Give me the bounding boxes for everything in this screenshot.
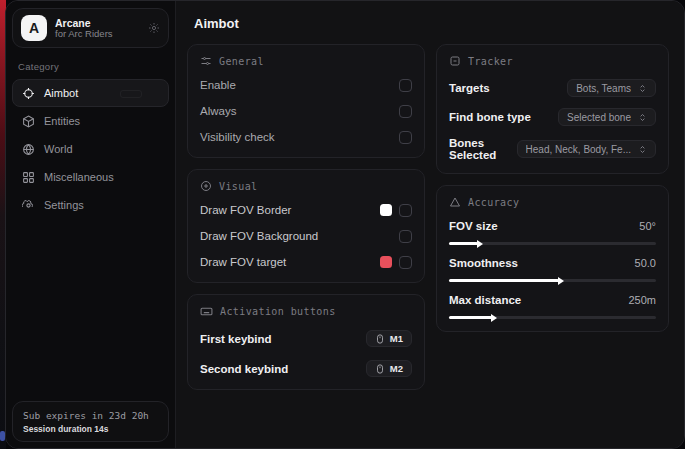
keyboard-icon: [200, 305, 213, 318]
sidebar-item-world[interactable]: World: [12, 135, 169, 163]
setting-label: Enable: [200, 79, 236, 91]
setting-label: Draw FOV target: [200, 256, 286, 268]
keybind-value: M1: [390, 333, 403, 344]
setting-row: First keybind M1: [200, 330, 412, 347]
setting-value: 50°: [639, 220, 656, 232]
general-card: General Enable Always Visibility check: [187, 44, 425, 158]
setting-row: Draw FOV Background: [200, 228, 412, 244]
sidebar-item-label: Aimbot: [44, 87, 78, 99]
eye-icon: [200, 180, 212, 192]
setting-row: Smoothness 50.0: [449, 255, 656, 271]
slider-thumb[interactable]: [558, 277, 564, 285]
slider-thumb[interactable]: [477, 240, 483, 248]
brand-card[interactable]: A Arcane for Arc Riders: [12, 8, 169, 48]
sidebar-item-settings[interactable]: Settings: [12, 191, 169, 219]
max-distance-group: Max distance 250m: [449, 292, 656, 319]
fov-border-color-swatch[interactable]: [380, 204, 392, 216]
smoothness-slider[interactable]: [449, 279, 656, 282]
fov-target-color-swatch[interactable]: [380, 256, 392, 268]
brand-logo: A: [21, 15, 47, 41]
globe-icon: [22, 143, 35, 156]
main-content: Aimbot General: [176, 1, 684, 448]
activation-card: Activation buttons First keybind M1: [187, 294, 425, 390]
left-column: General Enable Always Visibility check: [187, 44, 425, 390]
sub-expiry-text: Sub expires in 23d 20h: [23, 410, 158, 421]
setting-row: Always: [200, 103, 412, 119]
select-value: Bots, Teams: [576, 83, 631, 94]
setting-label: Draw FOV Border: [200, 204, 291, 216]
crosshair-icon: [22, 87, 35, 100]
slider-thumb[interactable]: [491, 314, 497, 322]
bones-selected-select[interactable]: Head, Neck, Body, Fe...: [517, 140, 656, 158]
brand-name: Arcane: [55, 17, 140, 29]
subscription-card: Sub expires in 23d 20h Session duration …: [12, 401, 169, 442]
scan-target-icon: [449, 55, 461, 67]
sidebar-item-entities[interactable]: Entities: [12, 107, 169, 135]
find-bone-type-select[interactable]: Selected bone: [558, 108, 656, 126]
max-distance-slider[interactable]: [449, 316, 656, 319]
sidebar-item-aimbot[interactable]: Aimbot: [12, 79, 169, 107]
setting-value: 250m: [628, 294, 656, 306]
keybind-value: M2: [390, 363, 403, 374]
fov-border-checkbox[interactable]: [399, 204, 412, 217]
setting-row: Draw FOV Border: [200, 202, 412, 218]
sidebar-item-label: Miscellaneous: [44, 171, 114, 183]
fov-size-slider[interactable]: [449, 242, 656, 245]
setting-row: Find bone type Selected bone: [449, 108, 656, 126]
setting-label: Targets: [449, 82, 490, 94]
setting-label: Visibility check: [200, 131, 275, 143]
session-duration-text: Session duration 14s: [23, 424, 158, 434]
brand-text: Arcane for Arc Riders: [55, 17, 140, 40]
card-title: Activation buttons: [220, 306, 336, 317]
sidebar-item-miscellaneous[interactable]: Miscellaneous: [12, 163, 169, 191]
brand-subtitle: for Arc Riders: [55, 29, 140, 40]
mouse-icon: [375, 364, 385, 374]
setting-row: Draw FOV target: [200, 254, 412, 270]
setting-row: Enable: [200, 77, 412, 93]
targets-select[interactable]: Bots, Teams: [567, 79, 656, 97]
second-keybind-button[interactable]: M2: [366, 360, 412, 377]
enable-checkbox[interactable]: [399, 79, 412, 92]
accuracy-card: Accuracy FOV size 50°: [436, 185, 669, 332]
gear-icon[interactable]: [148, 22, 160, 34]
setting-row: Visibility check: [200, 129, 412, 145]
chevrons-up-down-icon: [638, 145, 647, 154]
sidebar-item-label: Entities: [44, 115, 80, 127]
fov-size-group: FOV size 50°: [449, 218, 656, 245]
sliders-icon: [200, 55, 212, 67]
select-value: Head, Neck, Body, Fe...: [526, 144, 631, 155]
sidebar-nav: Aimbot Entities: [12, 79, 169, 219]
select-value: Selected bone: [567, 112, 631, 123]
smoothness-group: Smoothness 50.0: [449, 255, 656, 282]
setting-value: 50.0: [635, 257, 656, 269]
always-checkbox[interactable]: [399, 105, 412, 118]
sidebar-item-label: World: [44, 143, 73, 155]
tracker-card: Tracker Targets Bots, Teams: [436, 44, 669, 174]
gear-icon: [22, 199, 35, 212]
setting-label: Bones Selected: [449, 137, 517, 161]
setting-label: Draw FOV Background: [200, 230, 318, 242]
first-keybind-button[interactable]: M1: [366, 330, 412, 347]
right-column: Tracker Targets Bots, Teams: [436, 44, 669, 390]
fov-target-checkbox[interactable]: [399, 256, 412, 269]
setting-label: FOV size: [449, 220, 498, 232]
setting-label: Max distance: [449, 294, 521, 306]
card-title: Tracker: [468, 56, 513, 67]
setting-label: First keybind: [200, 333, 272, 345]
category-label: Category: [18, 61, 175, 72]
setting-label: Find bone type: [449, 111, 531, 123]
setting-label: Second keybind: [200, 363, 288, 375]
sidebar: A Arcane for Arc Riders Category: [6, 1, 176, 448]
desktop-background: A Arcane for Arc Riders Category: [0, 0, 685, 449]
layout-grid-icon: [22, 171, 35, 184]
visibility-check-checkbox[interactable]: [399, 131, 412, 144]
fov-background-checkbox[interactable]: [399, 230, 412, 243]
chevrons-up-down-icon: [638, 84, 647, 93]
card-title: General: [219, 56, 264, 67]
mouse-icon: [375, 334, 385, 344]
setting-row: Targets Bots, Teams: [449, 79, 656, 97]
page-title: Aimbot: [194, 16, 669, 31]
visual-card: Visual Draw FOV Border Draw FOV Backgrou…: [187, 169, 425, 283]
chevrons-up-down-icon: [638, 113, 647, 122]
setting-label: Smoothness: [449, 257, 518, 269]
